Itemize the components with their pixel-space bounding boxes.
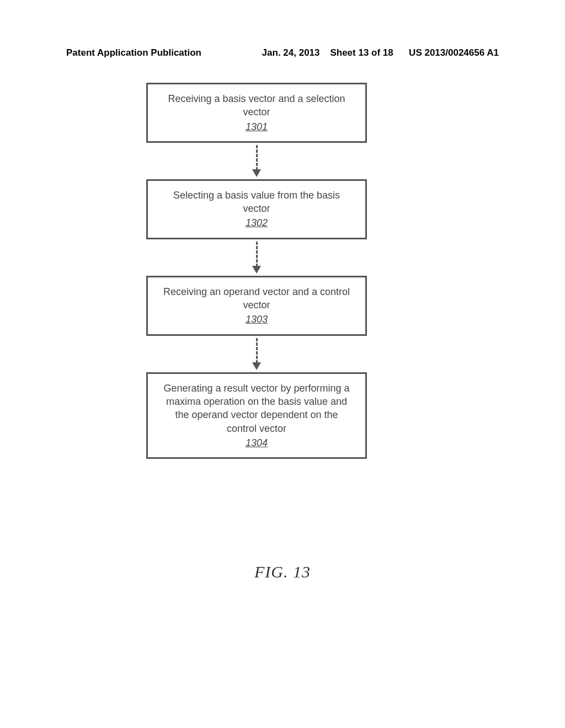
flow-step-3: Receiving an operand vector and a contro… — [146, 276, 367, 336]
flow-step-ref: 1303 — [159, 313, 354, 326]
arrow-head-icon — [252, 266, 261, 274]
page-header: Patent Application Publication Jan. 24, … — [0, 47, 565, 58]
flow-arrow — [252, 143, 261, 179]
arrow-head-icon — [252, 169, 261, 177]
flow-step-2: Selecting a basis value from the basis v… — [146, 179, 367, 239]
arrow-line — [256, 242, 258, 267]
flow-step-ref: 1302 — [159, 216, 354, 229]
figure-label: FIG. 13 — [0, 563, 565, 581]
flow-step-4: Generating a result vector by performing… — [146, 372, 367, 459]
arrow-head-icon — [252, 362, 261, 370]
flow-step-text: Receiving a basis vector and a selection… — [159, 92, 354, 119]
flow-step-text: Receiving an operand vector and a contro… — [159, 285, 354, 312]
header-pubno: US 2013/0024656 A1 — [409, 47, 499, 58]
header-right-group: Jan. 24, 2013 Sheet 13 of 18 US 2013/002… — [262, 47, 499, 58]
flow-arrow — [252, 336, 261, 372]
flow-arrow — [252, 239, 261, 276]
flow-step-text: Selecting a basis value from the basis v… — [159, 189, 354, 216]
header-publication: Patent Application Publication — [66, 47, 201, 58]
flow-step-text: Generating a result vector by performing… — [159, 382, 354, 435]
header-date: Jan. 24, 2013 — [262, 47, 320, 58]
flow-step-1: Receiving a basis vector and a selection… — [146, 83, 367, 143]
arrow-line — [256, 338, 258, 363]
flow-step-ref: 1304 — [159, 436, 354, 449]
arrow-line — [256, 145, 258, 170]
header-sheet: Sheet 13 of 18 — [330, 47, 393, 58]
flowchart: Receiving a basis vector and a selection… — [141, 83, 372, 459]
flow-step-ref: 1301 — [159, 120, 354, 133]
